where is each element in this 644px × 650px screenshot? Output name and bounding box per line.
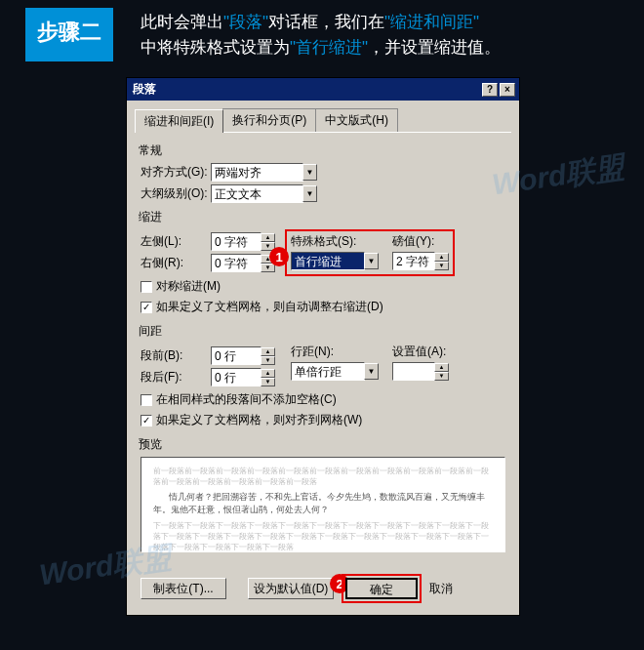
section-general: 常规 xyxy=(139,142,505,159)
setvalue-label: 设置值(A): xyxy=(392,344,449,360)
titlebar[interactable]: 段落 ? × xyxy=(127,78,519,101)
dropdown-icon[interactable]: ▼ xyxy=(302,185,317,202)
linespace-combo[interactable]: 单倍行距 ▼ xyxy=(291,362,379,381)
after-label: 段后(F): xyxy=(141,369,211,386)
cancel-button[interactable]: 取消 xyxy=(429,581,478,597)
align-combo[interactable]: 两端对齐 ▼ xyxy=(211,163,317,182)
section-indent: 缩进 xyxy=(139,209,505,225)
step-badge: 步骤二 xyxy=(25,8,113,61)
special-combo[interactable]: 首行缩进 ▼ xyxy=(291,252,379,270)
section-spacing: 间距 xyxy=(139,323,505,340)
highlight-box-1: 特殊格式(S): 首行缩进 ▼ 磅值(Y): 2 字符 ▲▼ xyxy=(285,229,455,276)
instruction-text: 此时会弹出"段落"对话框，我们在"缩进和间距" 中将特殊格式设置为"首行缩进"，… xyxy=(141,10,501,61)
left-indent-spinner[interactable]: 0 字符 ▲▼ xyxy=(211,232,275,251)
nosame-checkbox[interactable]: 在相同样式的段落间不添加空格(C) xyxy=(141,391,337,408)
after-spinner[interactable]: 0 行 ▲▼ xyxy=(211,368,275,386)
right-indent-label: 右侧(R): xyxy=(141,255,211,271)
tab-asian[interactable]: 中文版式(H) xyxy=(315,108,398,132)
measure-label: 磅值(Y): xyxy=(392,233,449,250)
outline-combo[interactable]: 正文文本 ▼ xyxy=(211,184,317,203)
ok-button[interactable]: 确定 xyxy=(345,578,418,599)
close-button[interactable]: × xyxy=(500,83,515,97)
before-spinner[interactable]: 0 行 ▲▼ xyxy=(211,346,275,365)
tabs-button[interactable]: 制表位(T)... xyxy=(141,578,226,599)
setvalue-spinner[interactable]: ▲▼ xyxy=(392,362,449,381)
tab-indent-spacing[interactable]: 缩进和间距(I) xyxy=(135,109,223,133)
left-indent-label: 左侧(L): xyxy=(141,233,211,250)
measure-spinner[interactable]: 2 字符 ▲▼ xyxy=(392,252,449,270)
help-button[interactable]: ? xyxy=(482,83,498,97)
section-preview: 预览 xyxy=(139,436,505,453)
default-button[interactable]: 设为默认值(D) xyxy=(248,578,334,599)
mirror-indent-checkbox[interactable]: 对称缩进(M) xyxy=(141,278,221,295)
dropdown-icon[interactable]: ▼ xyxy=(364,253,379,269)
grid-indent-checkbox[interactable]: ✓如果定义了文档网格，则自动调整右缩进(D) xyxy=(141,299,383,315)
outline-label: 大纲级别(O): xyxy=(141,185,211,202)
paragraph-dialog: 段落 ? × 缩进和间距(I) 换行和分页(P) 中文版式(H) 常规 对齐方式… xyxy=(126,77,520,616)
preview-box: 前一段落前一段落前一段落前一段落前一段落前一段落前一段落前一段落前一段落前一段落… xyxy=(141,457,505,552)
highlight-box-2: 确定 xyxy=(342,574,422,603)
dialog-title: 段落 xyxy=(131,81,480,98)
dropdown-icon[interactable]: ▼ xyxy=(364,363,379,380)
special-label: 特殊格式(S): xyxy=(291,233,379,250)
dropdown-icon[interactable]: ▼ xyxy=(302,164,317,181)
before-label: 段前(B): xyxy=(141,347,211,364)
grid-align-checkbox[interactable]: ✓如果定义了文档网格，则对齐到网格(W) xyxy=(141,412,362,428)
linespace-label: 行距(N): xyxy=(291,344,379,360)
right-indent-spinner[interactable]: 0 字符 ▲▼ xyxy=(211,254,275,272)
tab-line-page[interactable]: 换行和分页(P) xyxy=(222,108,316,132)
align-label: 对齐方式(G): xyxy=(141,164,211,181)
